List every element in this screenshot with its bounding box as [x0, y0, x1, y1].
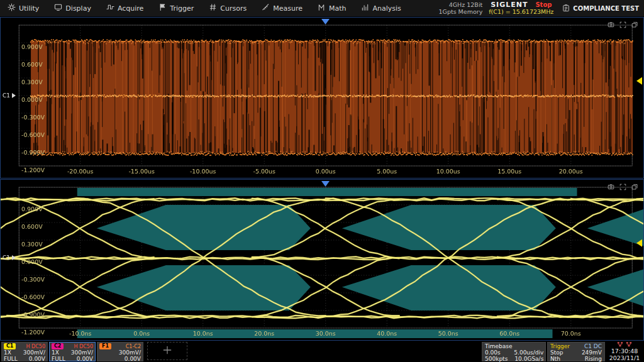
panel-window-controls	[608, 181, 638, 193]
t-axis-label: 70.0ns	[561, 330, 581, 337]
v-axis-label: -0.300V	[21, 114, 45, 121]
lan-icon[interactable]	[626, 342, 632, 348]
measure-icon	[262, 3, 270, 13]
brand-block: SIGLENT Stop f(C1) = 15.61723MHz	[489, 1, 553, 15]
menu-item-label: Acquire	[118, 4, 143, 13]
v-axis-label: -1.200V	[21, 167, 45, 173]
clock-time: 17:30:48	[611, 348, 638, 354]
display-icon	[54, 3, 62, 13]
panel-window-controls	[608, 19, 638, 31]
v-axis-label: -0.600V	[21, 131, 45, 138]
menu-item-label: Cursors	[220, 4, 247, 13]
expand-icon[interactable]	[619, 181, 626, 193]
t-axis-label: -15.00us	[128, 168, 155, 175]
hw-bandwidth: 4GHz 12Bit	[438, 1, 482, 8]
menu-item-math[interactable]: Math	[310, 0, 354, 16]
v-axis-label: -1.200V	[21, 329, 45, 336]
menu-item-trigger[interactable]: Trigger	[151, 0, 201, 16]
menu-item-acquire[interactable]: Acquire	[99, 0, 151, 16]
detach-icon[interactable]	[631, 19, 638, 31]
add-channel-button[interactable]	[147, 342, 187, 360]
frequency-readout: f(C1) = 15.61723MHz	[489, 8, 553, 15]
trigger-source: C1 DC	[584, 343, 602, 349]
v-axis-label: -0.300V	[21, 276, 45, 283]
t-axis-label: 20.0ns	[254, 330, 274, 337]
channel-coupling: H DC50	[74, 344, 93, 349]
t-axis-label: -5.00us	[253, 168, 275, 175]
t-axis-label: 10.00us	[436, 168, 460, 175]
trigger-status: Stop	[550, 349, 575, 356]
trigger-level: 249mV	[582, 349, 602, 356]
channel-offset-marker[interactable]: C1	[3, 255, 10, 261]
channel-offset: 0.00V	[29, 356, 45, 362]
hardware-info: 4GHz 12Bit 1Gpts Memory	[438, 1, 482, 15]
timebase-title: Timebase	[485, 343, 512, 349]
expand-icon[interactable]	[619, 19, 626, 31]
channel-badge: C2	[52, 343, 64, 349]
menu-item-display[interactable]: Display	[47, 0, 99, 16]
camera-icon[interactable]	[608, 19, 614, 31]
channel-badge: C1	[4, 343, 16, 349]
mask-region-eye	[587, 205, 643, 250]
t-axis-label: 15.00us	[497, 168, 521, 175]
trigger-level-marker[interactable]	[636, 77, 642, 85]
menu-item-label: Utility	[19, 4, 39, 13]
trigger-position-marker[interactable]	[321, 181, 330, 187]
plus-icon	[159, 345, 175, 358]
status-bar: C1H DC501X300mV/FULL0.00VC2H DC501X300mV…	[0, 341, 644, 362]
menu-item-utility[interactable]: Utility	[0, 0, 47, 16]
timebase-panel[interactable]: Timebase0.00s5.00us/div500kpts10.0GSa/s	[482, 342, 546, 361]
t-axis-label: 50.0ns	[438, 330, 458, 337]
channel-box-c1[interactable]: C1H DC501X300mV/FULL0.00V	[1, 342, 48, 361]
compliance-test-label: COMPLIANCE TEST	[573, 5, 639, 12]
menu-item-label: Analysis	[372, 4, 401, 13]
menu-bar: UtilityDisplayAcquireTriggerCursorsMeasu…	[0, 0, 644, 17]
function-source: C1-C2	[126, 344, 141, 349]
math-icon	[318, 3, 326, 13]
trigger-panel[interactable]: TriggerC1 DCStop249mVNth EdgeRising	[547, 342, 605, 361]
hw-memory: 1Gpts Memory	[438, 8, 482, 15]
t-axis-label: 10.0ns	[193, 330, 213, 337]
eye-diagram-layer: 0.900V0.600V0.300V0.000V-0.300V-0.600V-0…	[1, 180, 643, 340]
t-axis-label: 0.0ns	[133, 330, 150, 337]
timebase-delay: 0.00s	[485, 349, 508, 356]
menu-item-label: Measure	[273, 4, 303, 13]
menu-item-label: Math	[329, 4, 347, 13]
lan-icon[interactable]	[617, 342, 623, 348]
acquisition-panel[interactable]: 0.900V0.600V0.300V0.000V-0.300V-0.600V-0…	[0, 17, 644, 178]
analysis-icon	[361, 3, 369, 13]
overlay-layer: 0.900V0.600V0.300V0.000V-0.300V-0.600V-0…	[1, 18, 643, 178]
detach-icon[interactable]	[631, 181, 638, 193]
brand-logo: SIGLENT	[491, 1, 528, 8]
channel-probe: 1X	[4, 349, 11, 356]
clock-block: 17:30:482023/11/1	[606, 342, 643, 361]
t-axis-label: -10.0ns	[69, 330, 92, 337]
camera-icon[interactable]	[608, 181, 614, 193]
menu-item-analysis[interactable]: Analysis	[353, 0, 408, 16]
mask-region-eye	[342, 205, 556, 250]
compliance-test-button[interactable]: COMPLIANCE TEST	[560, 4, 641, 13]
menu-item-measure[interactable]: Measure	[254, 0, 310, 16]
mask-region-eye	[97, 205, 311, 250]
mask-region-eye	[97, 265, 311, 310]
channel-coupling: H DC50	[26, 344, 45, 349]
v-axis-label: 0.900V	[21, 206, 43, 212]
v-axis-label: 0.600V	[21, 61, 43, 68]
menu-item-label: Trigger	[170, 4, 194, 13]
channel-box-c2[interactable]: C2H DC501X300mV/FULL0.00V	[49, 342, 96, 361]
v-axis-label: 0.300V	[21, 241, 43, 248]
trigger-position-marker[interactable]	[321, 19, 330, 25]
acquisition-status[interactable]: Stop	[535, 1, 552, 8]
channel-offset-marker[interactable]: C1	[3, 92, 10, 99]
channel-offset: 0.00V	[77, 356, 93, 362]
acquire-icon	[106, 3, 114, 13]
eye-diagram-panel[interactable]: 0.900V0.600V0.300V0.000V-0.300V-0.600V-0…	[0, 179, 644, 341]
v-axis-label: 0.000V	[21, 258, 43, 265]
t-axis-label: 0.00us	[316, 168, 336, 175]
v-axis-label: -0.900V	[21, 311, 45, 318]
v-axis-label: -0.600V	[21, 293, 45, 300]
menu-item-cursors[interactable]: Cursors	[201, 0, 254, 16]
channel-offset: 0.00V	[125, 356, 141, 362]
channel-box-f1[interactable]: F1C1-C2300mV/0.00V	[97, 342, 143, 361]
axis-labels: 0.900V0.600V0.300V0.000V-0.300V-0.600V-0…	[21, 43, 583, 175]
